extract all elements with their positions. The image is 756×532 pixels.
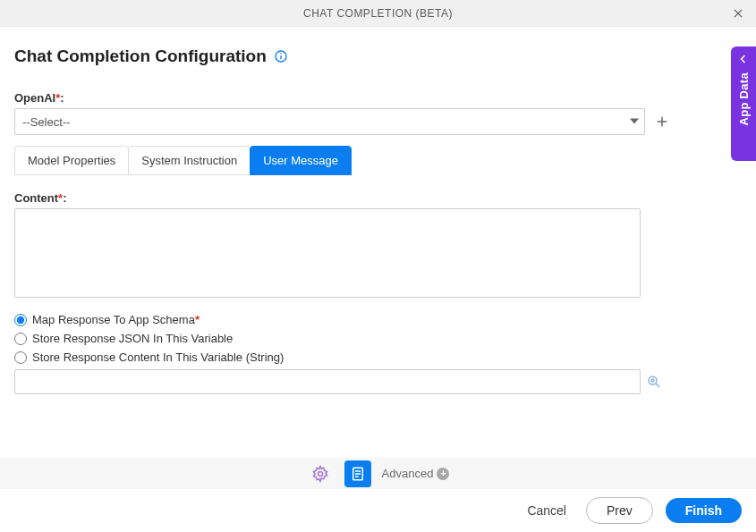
advanced-label-text: Advanced	[382, 467, 434, 480]
tab-model-properties[interactable]: Model Properties	[14, 146, 129, 175]
content-label: Content*:	[14, 191, 742, 205]
prev-button[interactable]: Prev	[586, 497, 653, 524]
tab-system-instruction[interactable]: System Instruction	[128, 146, 251, 175]
openai-select-value: --Select--	[22, 115, 70, 129]
radio-store-content[interactable]	[14, 351, 27, 364]
chevron-left-icon	[738, 54, 749, 67]
info-icon[interactable]	[274, 49, 288, 63]
tabs: Model Properties System Instruction User…	[14, 146, 742, 175]
close-icon[interactable]	[729, 4, 747, 22]
variable-input[interactable]	[14, 369, 641, 394]
radio-store-content-row[interactable]: Store Response Content In This Variable …	[14, 350, 742, 364]
form-icon[interactable]	[344, 460, 371, 487]
svg-point-4	[280, 53, 281, 54]
radio-store-content-label: Store Response Content In This Variable …	[32, 350, 284, 364]
main-content: Chat Completion Configuration OpenAI*: -…	[0, 27, 756, 403]
radio-map-schema-row[interactable]: Map Response To App Schema*	[14, 313, 742, 326]
content-textarea[interactable]	[14, 208, 641, 298]
title-row: Chat Completion Configuration	[14, 46, 742, 66]
openai-select[interactable]: --Select--	[14, 108, 645, 135]
content-label-colon: :	[63, 191, 66, 205]
gear-icon[interactable]	[307, 460, 334, 487]
chevron-down-icon	[630, 115, 639, 129]
add-openai-button[interactable]	[654, 114, 670, 130]
radio-map-schema-labeltext: Map Response To App Schema	[32, 313, 195, 326]
app-data-side-tab[interactable]: App Data	[731, 46, 756, 161]
page-title: Chat Completion Configuration	[14, 46, 267, 66]
radio-store-json-label: Store Response JSON In This Variable	[32, 332, 233, 345]
content-label-text: Content	[14, 191, 58, 205]
openai-label-text: OpenAI	[14, 91, 55, 105]
openai-label: OpenAI*:	[14, 91, 742, 105]
svg-point-11	[318, 471, 322, 476]
response-radio-group: Map Response To App Schema* Store Respon…	[14, 313, 742, 364]
plus-circle-icon: +	[437, 468, 449, 480]
lookup-icon[interactable]	[646, 374, 662, 390]
radio-store-json[interactable]	[14, 333, 27, 345]
dialog-title: CHAT COMPLETION (BETA)	[303, 7, 453, 20]
footer: Cancel Prev Finish	[0, 489, 756, 532]
radio-map-schema-label: Map Response To App Schema*	[32, 313, 200, 326]
dialog-header: CHAT COMPLETION (BETA)	[0, 0, 756, 27]
svg-marker-5	[630, 119, 639, 124]
tab-user-message[interactable]: User Message	[250, 146, 352, 175]
advanced-toggle[interactable]: Advanced +	[382, 467, 450, 480]
radio-store-json-row[interactable]: Store Response JSON In This Variable	[14, 332, 742, 345]
app-data-label: App Data	[737, 72, 751, 125]
cancel-button[interactable]: Cancel	[520, 498, 573, 523]
required-asterisk-3: *	[195, 313, 200, 326]
bottom-toolbar: Advanced +	[0, 458, 756, 489]
svg-point-10	[651, 379, 654, 382]
radio-map-schema[interactable]	[14, 314, 27, 326]
variable-input-row	[14, 369, 742, 394]
openai-select-row: --Select--	[14, 108, 742, 135]
svg-line-9	[656, 384, 659, 387]
openai-label-colon: :	[60, 91, 64, 105]
svg-point-8	[649, 376, 657, 384]
finish-button[interactable]: Finish	[666, 498, 742, 523]
